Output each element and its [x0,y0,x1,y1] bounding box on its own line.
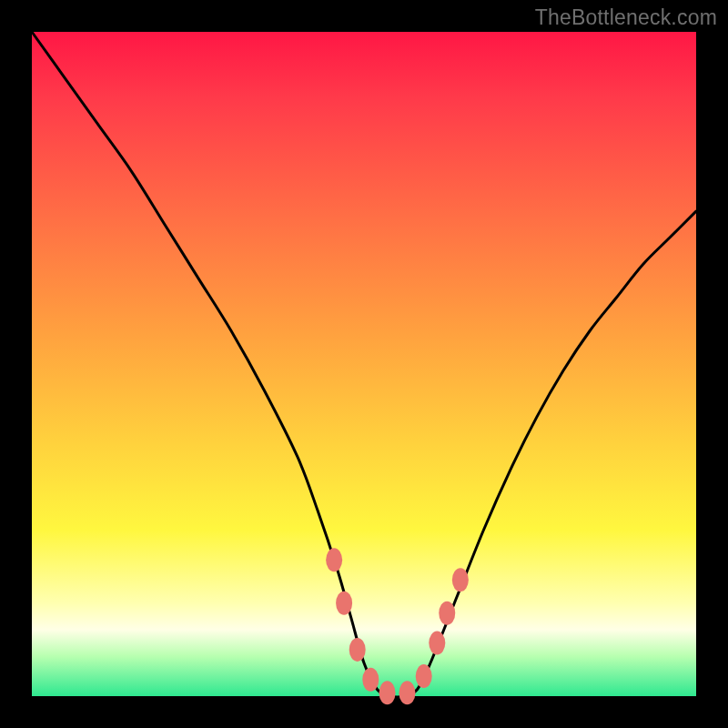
curve-marker [349,638,366,662]
curve-marker [399,681,415,704]
curve-marker [429,632,445,655]
curve-marker [439,602,455,625]
bottleneck-curve [32,32,696,697]
curve-marker [416,664,432,688]
curve-marker [379,681,396,704]
curve-marker [326,548,342,571]
curve-marker [362,668,379,692]
curve-overlay [32,32,696,696]
plot-area [32,32,696,696]
curve-marker [452,568,469,592]
watermark-text: TheBottleneck.com [535,5,717,30]
curve-markers [326,548,469,704]
chart-frame: TheBottleneck.com [0,0,728,728]
curve-marker [336,592,352,615]
